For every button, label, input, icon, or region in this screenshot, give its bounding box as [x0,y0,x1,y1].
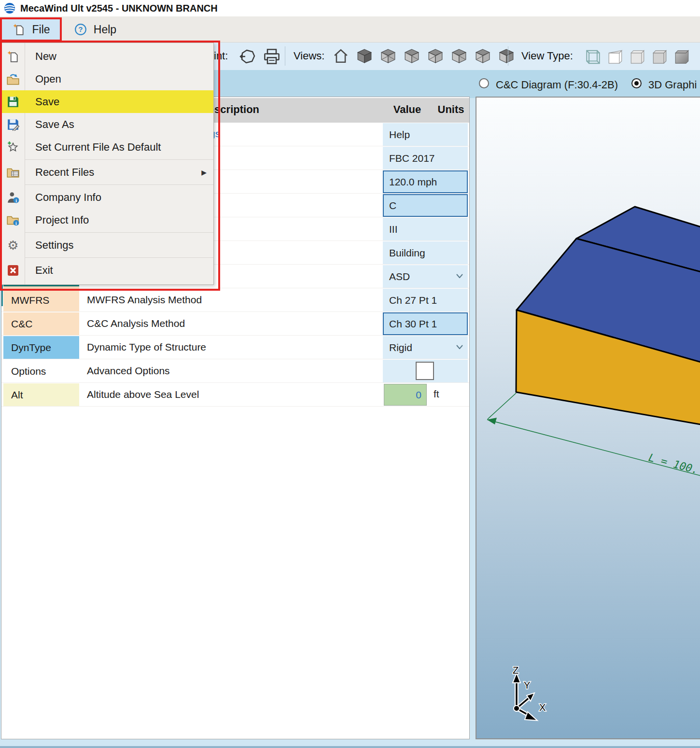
3d-graphics-panel[interactable]: L = 100. Z [476,97,700,739]
print-label-fragment: int: [214,50,228,62]
menu-item-company-info[interactable]: i Company Info [1,186,213,209]
save-as-icon [6,118,20,131]
iso-view-icon-7[interactable] [499,48,514,64]
help-menu-tab[interactable]: ? Help [63,17,128,42]
iso-view-icon-3[interactable] [404,48,420,64]
title-bar: MecaWind Ult v2545 - UNKNOWN BRANCH [0,0,700,16]
home-view-icon[interactable] [333,48,349,64]
app-logo-icon [4,2,15,14]
table-row: C&C C&C Analysis Method Ch 30 Pt 1 [1,312,469,336]
table-row: Alt Altitude above Sea Level 0 ft [1,383,469,407]
row-tag-options[interactable]: Options [3,360,79,382]
view-type-wireframe-icon[interactable] [584,48,602,66]
value-cell-code[interactable]: FBC 2017 [383,147,468,169]
menu-item-settings[interactable]: ⚙ Settings [1,234,213,256]
cc-diagram-radio-label[interactable]: C&C Diagram (F:30.4-2B) [496,79,618,91]
row-description: MWFRS Analysis Method [79,288,382,311]
value-cell-flags[interactable]: Help [383,123,468,146]
cc-diagram-radio[interactable] [479,78,489,88]
menu-item-label: Exit [35,264,53,277]
menu-item-label: Save As [35,118,74,131]
row-description: Dynamic Type of Structure [79,336,382,359]
menu-item-exit[interactable]: Exit [1,259,213,282]
settings-gear-icon: ⚙ [6,239,20,252]
iso-view-icon-6[interactable] [475,48,490,64]
app-window: MecaWind Ult v2545 - UNKNOWN BRANCH File… [0,0,700,748]
svg-text:i: i [15,198,17,203]
file-menu-tab[interactable]: File [1,17,62,42]
menu-item-new[interactable]: New [1,45,213,68]
iso-view-icon-4[interactable] [428,48,443,64]
set-default-star-icon [6,141,20,154]
advanced-options-checkbox[interactable] [416,362,434,380]
value-cell-structure-type[interactable]: Building [383,241,468,264]
view-type-dark-icon[interactable] [673,48,691,66]
exit-icon [6,264,20,277]
svg-text:?: ? [78,25,83,33]
new-file-icon [6,50,20,63]
menu-item-save-as[interactable]: Save As [1,113,213,136]
file-tab-label: File [32,23,50,36]
y-axis-label: Y [524,680,530,691]
value-cell-mwfrs-method[interactable]: Ch 27 Pt 1 [383,289,468,311]
new-file-icon [13,23,25,36]
row-description: C&C Analysis Method [79,312,382,335]
view-type-label: View Type: [521,50,573,62]
x-axis-label: X [539,702,546,713]
svg-text:i: i [15,220,17,226]
file-dropdown-menu: New Open Save [1,42,214,285]
altitude-input[interactable]: 0 [384,384,427,406]
window-bottom-edge [0,746,700,748]
menu-item-label: Recent Files [35,166,94,179]
help-icon: ? [74,23,87,36]
menu-item-set-default[interactable]: Set Current File As Default [1,136,213,158]
table-row: DynType Dynamic Type of Structure Rigid [1,336,469,359]
value-cell-cc-method[interactable]: Ch 30 Pt 1 [383,312,468,335]
menu-item-open[interactable]: Open [1,68,213,90]
iso-view-icon-2[interactable] [380,48,396,64]
company-info-icon: i [6,191,20,204]
menu-item-save[interactable]: Save [1,90,213,113]
altitude-units: ft [434,388,439,400]
3d-graphics-radio[interactable] [631,78,642,88]
menu-item-label: Open [35,73,61,85]
value-cell-wind-speed[interactable]: 120.0 mph [383,170,468,193]
table-row: Options Advanced Options [1,359,469,383]
row-description: Advanced Options [79,359,382,382]
toolbar-separator [285,46,285,66]
row-tag-cc[interactable]: C&C [3,312,79,335]
views-label: Views: [294,50,324,62]
menu-item-recent-files[interactable]: Recent Files ▶ [1,161,213,183]
menu-separator [25,159,213,160]
row-tag-alt[interactable]: Alt [3,383,79,406]
view-type-light-icon[interactable] [629,48,646,66]
view-type-gray-icon[interactable] [651,48,669,66]
help-tab-label: Help [94,23,116,36]
menu-item-project-info[interactable]: i Project Info [1,209,213,231]
row-tag-mwfrs[interactable]: MWFRS [3,289,79,311]
value-cell-load-type[interactable]: ASD [383,265,468,288]
chevron-down-icon [456,345,463,349]
project-info-icon: i [6,213,20,227]
iso-view-icon-5[interactable] [451,48,467,64]
value-cell-risk[interactable]: III [383,218,468,240]
menu-item-label: Settings [35,239,74,252]
chevron-down-icon [456,274,463,278]
load-type-value: ASD [389,271,410,282]
window-title: MecaWind Ult v2545 - UNKNOWN BRANCH [20,3,218,14]
units-column-header: Units [433,103,469,116]
value-cell-exposure[interactable]: C [383,194,468,217]
iso-view-icon-1[interactable] [357,48,372,64]
print-3d-icon[interactable] [239,49,255,64]
advanced-options-cell [383,360,468,382]
value-cell-dyntype[interactable]: Rigid [383,336,468,359]
3d-graphics-radio-label[interactable]: 3D Graphi [648,79,697,91]
view-type-white-icon[interactable] [606,48,624,66]
print-icon[interactable] [263,48,280,65]
submenu-arrow-icon: ▶ [201,169,207,176]
z-axis-label: Z [513,665,518,676]
row-tag-dyntype[interactable]: DynType [3,336,79,359]
3d-building-view: L = 100. Z [476,98,700,739]
dyntype-value: Rigid [389,342,412,353]
menu-separator [25,184,213,185]
